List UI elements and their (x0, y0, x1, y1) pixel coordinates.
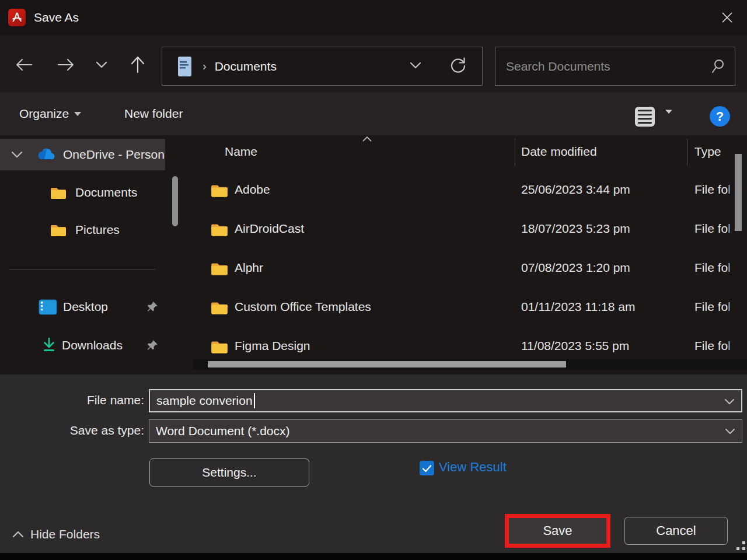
file-row-airdroidcast[interactable]: AirDroidCast 18/07/2023 5:23 pm File fol… (193, 216, 747, 243)
change-view-button[interactable] (635, 107, 655, 127)
save-as-type-value: Word Document (*.docx) (156, 424, 290, 438)
folder-icon (210, 339, 229, 355)
search-box[interactable]: Search Documents (495, 47, 735, 86)
folder-icon (50, 223, 67, 237)
hide-folders-label: Hide Folders (30, 527, 100, 541)
file-name: AirDroidCast (235, 222, 304, 236)
chevron-down-icon (665, 110, 672, 124)
back-button[interactable] (14, 55, 34, 75)
refresh-button[interactable] (449, 57, 467, 75)
column-divider[interactable] (687, 139, 687, 166)
file-row-figma-design[interactable]: Figma Design 11/08/2023 5:55 pm File fol… (193, 334, 747, 360)
address-dropdown-button[interactable] (409, 61, 423, 71)
file-date: 07/08/2023 1:20 pm (521, 261, 630, 275)
chevron-down-icon (74, 112, 81, 116)
column-divider[interactable] (515, 139, 515, 166)
file-row-adobe[interactable]: Adobe 25/06/2023 3:44 pm File folder (193, 177, 747, 204)
folder-icon (210, 183, 229, 198)
sidebar-scrollbar[interactable] (172, 176, 178, 226)
chevron-down-icon (95, 60, 109, 69)
sidebar-item-downloads[interactable]: Downloads (0, 331, 169, 359)
sidebar-item-onedrive[interactable]: OneDrive - Personal (0, 139, 165, 170)
file-name-value: sample converion (156, 394, 253, 408)
file-name: Figma Design (235, 339, 310, 353)
acrobat-app-icon (8, 9, 26, 26)
file-type: File folder (694, 339, 729, 353)
desktop-icon (39, 299, 57, 315)
chevron-down-icon[interactable] (724, 428, 736, 435)
vertical-scrollbar[interactable] (735, 154, 742, 231)
cancel-button-label: Cancel (656, 523, 696, 538)
save-as-type-label: Save as type: (22, 424, 144, 438)
chevron-down-icon[interactable] (724, 398, 735, 405)
forward-arrow-icon (57, 56, 75, 74)
address-bar[interactable]: › Documents (162, 47, 483, 86)
view-result-checkbox[interactable] (420, 461, 434, 475)
chevron-down-icon[interactable] (11, 150, 23, 159)
save-as-type-select[interactable]: Word Document (*.docx) (149, 419, 742, 443)
bottom-edge (0, 553, 747, 560)
folder-icon (210, 300, 229, 316)
window-title: Save As (34, 0, 79, 35)
pin-icon (146, 339, 159, 352)
column-header-date-modified[interactable]: Date modified (521, 145, 597, 159)
view-options-dropdown[interactable] (665, 114, 672, 124)
folder-icon (210, 261, 229, 276)
column-header-name[interactable]: Name (225, 145, 257, 159)
horizontal-scrollbar[interactable] (208, 361, 566, 368)
hide-folders-button[interactable]: Hide Folders (12, 527, 100, 541)
search-icon[interactable] (710, 58, 725, 75)
settings-button-label: Settings... (202, 466, 256, 479)
up-button[interactable] (127, 54, 148, 76)
pin-icon (146, 300, 159, 313)
help-icon: ? (716, 109, 724, 124)
save-button[interactable]: Save (509, 518, 606, 544)
file-name: Custom Office Templates (235, 300, 371, 314)
file-row-alphr[interactable]: Alphr 07/08/2023 1:20 pm File folder (193, 256, 747, 282)
checkmark-icon (422, 464, 432, 473)
file-row-custom-office-templates[interactable]: Custom Office Templates 01/11/2023 11:18… (193, 295, 747, 321)
close-button[interactable] (714, 7, 740, 28)
file-name-label: File name: (22, 393, 144, 407)
up-arrow-icon (128, 55, 147, 75)
recent-locations-button[interactable] (93, 58, 110, 71)
title-bar: Save As (0, 0, 747, 35)
file-type: File folder (694, 222, 729, 236)
search-input[interactable]: Search Documents (506, 60, 710, 74)
back-arrow-icon (15, 56, 33, 74)
text-cursor (254, 393, 255, 408)
sidebar-item-desktop[interactable]: Desktop (0, 293, 169, 321)
save-button-label: Save (543, 523, 572, 538)
download-icon (41, 337, 57, 354)
sidebar-item-label: OneDrive - Personal (63, 148, 165, 162)
file-name-input[interactable]: sample converion (149, 389, 742, 412)
sidebar-item-label: Downloads (62, 338, 123, 352)
settings-button[interactable]: Settings... (149, 459, 309, 487)
file-name: Adobe (235, 183, 270, 197)
sidebar-item-documents[interactable]: Documents (0, 178, 169, 206)
sidebar-item-pictures[interactable]: Pictures (0, 216, 169, 244)
file-list-header: Name Date modified Type (193, 138, 747, 167)
organize-label: Organize (19, 107, 69, 121)
file-name: Alphr (235, 261, 263, 275)
file-date: 11/08/2023 5:55 pm (521, 339, 629, 353)
chevron-up-icon (12, 530, 25, 539)
breadcrumb[interactable]: Documents (215, 60, 277, 74)
organize-button[interactable]: Organize (19, 92, 81, 135)
forward-button[interactable] (56, 55, 76, 75)
view-result-label[interactable]: View Result (439, 460, 507, 475)
sort-ascending-icon[interactable] (361, 135, 374, 142)
breadcrumb-separator: › (203, 60, 207, 73)
help-button[interactable]: ? (710, 106, 730, 127)
save-highlight-annotation: Save (505, 514, 610, 548)
file-type: File folder (694, 300, 729, 314)
content-area: OneDrive - Personal Documents Pictures (0, 135, 747, 374)
file-type: File folder (694, 183, 729, 197)
cancel-button[interactable]: Cancel (624, 517, 728, 545)
folder-icon (210, 222, 229, 237)
column-header-type[interactable]: Type (694, 145, 721, 159)
sidebar-item-label: Pictures (75, 223, 120, 237)
new-folder-button[interactable]: New folder (124, 92, 183, 135)
sidebar-item-label: Documents (75, 186, 137, 200)
file-date: 01/11/2023 11:18 am (521, 300, 635, 314)
